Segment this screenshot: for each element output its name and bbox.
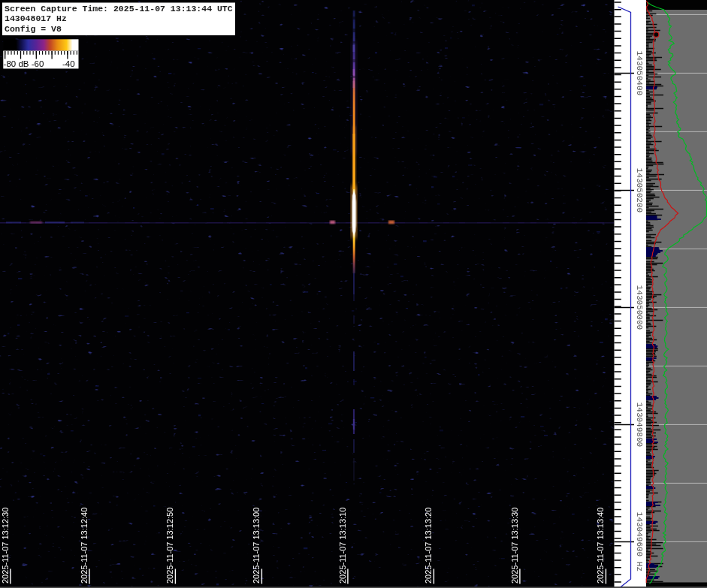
- svg-text:2025-11-07 13:12:50: 2025-11-07 13:12:50: [165, 508, 174, 583]
- svg-text:143050000: 143050000: [635, 285, 644, 330]
- svg-text:143049600 Hz: 143049600 Hz: [635, 512, 644, 571]
- svg-text:143049800: 143049800: [635, 403, 644, 447]
- svg-text:143050200: 143050200: [635, 168, 644, 213]
- svg-text:-40: -40: [62, 59, 75, 68]
- svg-text:Screen Capture Time: 2025-11-0: Screen Capture Time: 2025-11-07 13:13:44…: [5, 4, 233, 14]
- svg-text:2025-11-07 13:13:00: 2025-11-07 13:13:00: [252, 508, 261, 583]
- svg-text:143048017 Hz: 143048017 Hz: [5, 14, 67, 23]
- svg-text:Config = V8: Config = V8: [5, 24, 62, 34]
- svg-text:2025-11-07 13:13:30: 2025-11-07 13:13:30: [510, 508, 519, 583]
- svg-text:2025-11-07 13:12:40: 2025-11-07 13:12:40: [80, 508, 89, 583]
- svg-text:2025-11-07 13:12:30: 2025-11-07 13:12:30: [1, 508, 10, 583]
- svg-text:2025-11-07 13:13:40: 2025-11-07 13:13:40: [596, 508, 605, 583]
- svg-text:2025-11-07 13:13:20: 2025-11-07 13:13:20: [424, 508, 433, 583]
- svg-text:143050400: 143050400: [635, 51, 644, 95]
- svg-text:-80 dB -60: -80 dB -60: [4, 59, 44, 68]
- svg-text:2025-11-07 13:13:10: 2025-11-07 13:13:10: [338, 508, 347, 583]
